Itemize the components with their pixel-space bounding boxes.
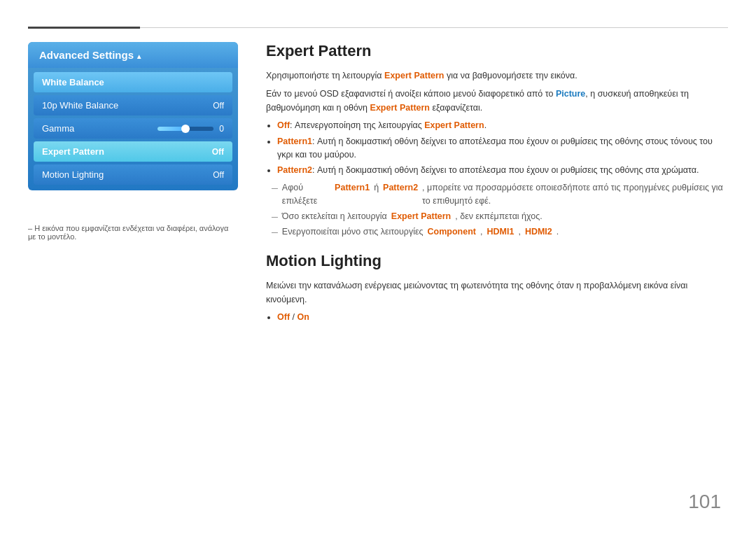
picture-highlight: Picture bbox=[556, 89, 585, 99]
dash-item-1: Αφού επιλέξετε Pattern1 ή Pattern2, μπορ… bbox=[272, 181, 728, 208]
expert-pattern-intro2: Εάν το μενού OSD εξαφανιστεί ή ανοίξει κ… bbox=[266, 87, 728, 115]
menu-item-white-balance[interactable]: White Balance bbox=[34, 72, 232, 92]
expert-pattern-highlight2: Expert Pattern bbox=[370, 103, 430, 113]
motion-lighting-body: Μειώνει την κατανάλωση ενέργειας μειώνον… bbox=[266, 279, 728, 307]
top-line-light bbox=[140, 27, 728, 28]
bullet-pattern2: Pattern2: Αυτή η δοκιμαστική οθόνη δείχν… bbox=[277, 164, 728, 177]
page-number: 101 bbox=[688, 491, 721, 513]
menu-item-expert-pattern[interactable]: Expert Pattern Off bbox=[34, 141, 232, 162]
motion-lighting-bullets: Off / On bbox=[277, 311, 728, 324]
dash-item-3: Ενεργοποιείται μόνο στις λειτουργίες Com… bbox=[272, 225, 728, 239]
advanced-settings-box: Advanced Settings White Balance 10p Whit… bbox=[28, 42, 238, 190]
gamma-value: 0 bbox=[219, 124, 224, 134]
gamma-bar-thumb bbox=[181, 125, 190, 133]
bullet-off-label: Off bbox=[277, 120, 290, 130]
motion-off-label: Off bbox=[277, 312, 290, 322]
bullet-pattern1-label: Pattern1 bbox=[277, 136, 312, 146]
menu-items-list: White Balance 10p White Balance Off Gamm… bbox=[28, 68, 238, 190]
dash2-expert: Expert Pattern bbox=[391, 210, 451, 223]
gamma-slider-bar[interactable] bbox=[158, 127, 214, 131]
10p-white-balance-value: Off bbox=[213, 101, 224, 111]
expert-pattern-value: Off bbox=[212, 147, 224, 157]
expert-pattern-dash-list: Αφού επιλέξετε Pattern1 ή Pattern2, μπορ… bbox=[272, 181, 728, 239]
menu-item-gamma[interactable]: Gamma 0 bbox=[34, 118, 232, 139]
expert-pattern-highlight: Expert Pattern bbox=[384, 71, 444, 80]
left-note: – Η εικόνα που εμφανίζεται ενδέχεται να … bbox=[28, 224, 238, 241]
white-balance-label: White Balance bbox=[42, 77, 104, 87]
bullet-off: Off: Απενεργοποίηση της λειτουργίας Expe… bbox=[277, 119, 728, 132]
gamma-bar-container: 0 bbox=[158, 124, 224, 134]
advanced-settings-title: Advanced Settings bbox=[28, 42, 238, 68]
motion-lighting-section: Motion Lighting Μειώνει την κατανάλωση ε… bbox=[266, 252, 728, 324]
motion-lighting-value: Off bbox=[213, 170, 224, 180]
right-panel: Expert Pattern Χρησιμοποιήστε τη λειτουρ… bbox=[266, 42, 728, 328]
expert-pattern-section: Expert Pattern Χρησιμοποιήστε τη λειτουρ… bbox=[266, 42, 728, 239]
bullet-off-expert: Expert Pattern bbox=[424, 120, 484, 130]
left-panel: Advanced Settings White Balance 10p Whit… bbox=[28, 42, 238, 190]
dash3-hdmi2: HDMI2 bbox=[525, 225, 552, 239]
dash3-hdmi1: HDMI1 bbox=[486, 225, 514, 239]
menu-item-10p-white-balance[interactable]: 10p White Balance Off bbox=[34, 95, 232, 115]
dash-item-2: Όσο εκτελείται η λειτουργία Expert Patte… bbox=[272, 210, 728, 224]
expert-pattern-intro1: Χρησιμοποιήστε τη λειτουργία Expert Patt… bbox=[266, 69, 728, 83]
menu-item-motion-lighting[interactable]: Motion Lighting Off bbox=[34, 164, 232, 185]
10p-white-balance-label: 10p White Balance bbox=[42, 100, 118, 111]
motion-on-label: On bbox=[297, 312, 309, 322]
expert-pattern-bullets: Off: Απενεργοποίηση της λειτουργίας Expe… bbox=[277, 119, 728, 177]
top-decorative-lines bbox=[28, 27, 728, 29]
bullet-pattern1: Pattern1: Αυτή η δοκιμαστική οθόνη δείχν… bbox=[277, 135, 728, 162]
dash1-pattern1: Pattern1 bbox=[335, 181, 370, 195]
motion-lighting-off-on: Off / On bbox=[277, 311, 728, 324]
top-line-dark bbox=[28, 27, 140, 29]
dash3-component: Component bbox=[428, 225, 476, 239]
dash1-pattern2: Pattern2 bbox=[383, 181, 418, 195]
gamma-label: Gamma bbox=[42, 123, 74, 134]
expert-pattern-label: Expert Pattern bbox=[42, 146, 104, 157]
expert-pattern-title: Expert Pattern bbox=[266, 42, 728, 60]
bullet-pattern2-label: Pattern2 bbox=[277, 165, 312, 175]
motion-lighting-title: Motion Lighting bbox=[266, 252, 728, 270]
motion-lighting-label: Motion Lighting bbox=[42, 169, 104, 180]
